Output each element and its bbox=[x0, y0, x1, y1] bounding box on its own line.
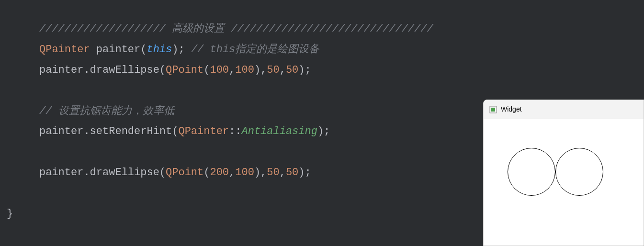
svg-rect-1 bbox=[491, 108, 495, 112]
paren: ( bbox=[203, 167, 210, 179]
method-call: painter.drawEllipse( bbox=[39, 167, 166, 179]
ellipse-1 bbox=[508, 148, 555, 196]
line-end: ); bbox=[298, 64, 311, 76]
type-name: QPainter bbox=[178, 125, 229, 137]
line-end: ); bbox=[298, 167, 311, 179]
type-name: QPoint bbox=[166, 64, 203, 76]
number-literal: 50 bbox=[286, 167, 298, 179]
paren: ); bbox=[172, 44, 191, 56]
comma: , bbox=[280, 64, 286, 76]
code-line-4 bbox=[39, 81, 644, 101]
window-title: Widget bbox=[501, 103, 522, 116]
widget-window[interactable]: Widget bbox=[483, 100, 644, 246]
enum-value: Antialiasing bbox=[241, 125, 317, 137]
paren: ), bbox=[254, 64, 267, 76]
code-line-2: QPainter painter(this); // this指定的是绘图设备 bbox=[39, 40, 644, 60]
type-name: QPainter bbox=[39, 44, 90, 56]
comma: , bbox=[280, 167, 286, 179]
number-literal: 100 bbox=[210, 64, 229, 76]
type-name: QPoint bbox=[166, 167, 203, 179]
comment-text: // 设置抗锯齿能力，效率低 bbox=[39, 105, 174, 117]
widget-app-icon bbox=[489, 106, 497, 113]
paren: ( bbox=[203, 64, 210, 76]
number-literal: 200 bbox=[210, 167, 229, 179]
number-literal: 50 bbox=[267, 167, 279, 179]
keyword-this: this bbox=[147, 44, 172, 56]
number-literal: 100 bbox=[235, 167, 254, 179]
method-call: painter.setRenderHint( bbox=[39, 125, 178, 137]
widget-titlebar[interactable]: Widget bbox=[484, 100, 644, 119]
scope-op: :: bbox=[229, 125, 241, 137]
comma: , bbox=[229, 167, 235, 179]
number-literal: 100 bbox=[235, 64, 254, 76]
comment-text: // this指定的是绘图设备 bbox=[191, 44, 319, 56]
paren: ), bbox=[254, 167, 267, 179]
line-end: ); bbox=[317, 125, 330, 137]
code-line-1: //////////////////// 高级的设置 /////////////… bbox=[39, 19, 644, 40]
ellipse-2 bbox=[555, 148, 603, 196]
closing-brace: } bbox=[7, 208, 13, 220]
number-literal: 50 bbox=[286, 64, 298, 76]
method-call: painter.drawEllipse( bbox=[39, 64, 166, 76]
widget-content bbox=[484, 119, 644, 246]
number-literal: 50 bbox=[267, 64, 279, 76]
comment-text: //////////////////// 高级的设置 /////////////… bbox=[39, 23, 433, 35]
identifier: painter( bbox=[90, 44, 147, 56]
comma: , bbox=[229, 64, 235, 76]
code-line-3: painter.drawEllipse(QPoint(100,100),50,5… bbox=[39, 60, 644, 81]
